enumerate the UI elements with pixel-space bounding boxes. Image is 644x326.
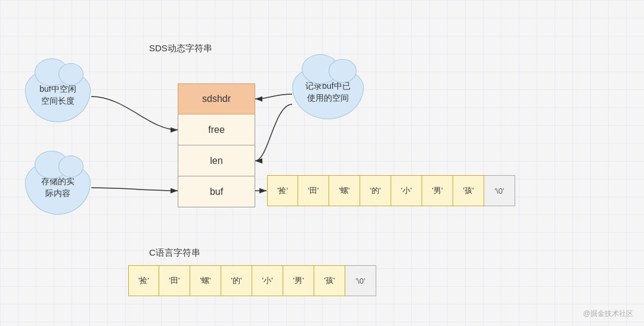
c-char-5: '男' (283, 265, 314, 296)
sds-cell-buf: buf (178, 176, 255, 207)
cloud-used-space-label: 记录buf中已使用的空间 (305, 80, 350, 104)
cloud-free-space: buf中空闲空间长度 (25, 69, 91, 122)
cloud-used-space: 记录buf中已使用的空间 (292, 66, 364, 119)
sds-char-1: '田' (298, 175, 329, 206)
sds-char-null: '\0' (484, 175, 515, 206)
c-char-4: '小' (252, 265, 283, 296)
c-string-title: C语言字符串 (149, 247, 200, 259)
sds-title: SDS动态字符串 (149, 43, 212, 54)
sds-cell-len: len (178, 145, 255, 176)
cloud-actual-content: 存储的实际内容 (25, 161, 91, 215)
sds-char-4: '小' (391, 175, 422, 206)
c-char-row: '捡' '田' '螺' '的' '小' '男' '孩' '\0' (128, 265, 376, 296)
watermark: @掘金技术社区 (583, 309, 633, 319)
c-char-0: '捡' (128, 265, 159, 296)
c-char-6: '孩' (314, 265, 345, 296)
sds-char-2: '螺' (329, 175, 360, 206)
cloud-actual-content-label: 存储的实际内容 (41, 176, 75, 199)
sds-char-5: '男' (422, 175, 453, 206)
c-char-1: '田' (159, 265, 190, 296)
cloud-free-space-label: buf中空闲空间长度 (39, 83, 76, 107)
diagram: SDS动态字符串 buf中空闲空间长度 记录buf中已使用的空间 存储的实际内容… (0, 0, 644, 326)
c-char-2: '螺' (190, 265, 221, 296)
sds-char-row: '捡' '田' '螺' '的' '小' '男' '孩' '\0' (267, 175, 515, 206)
sds-char-0: '捡' (267, 175, 298, 206)
sds-char-6: '孩' (453, 175, 484, 206)
sds-char-3: '的' (360, 175, 391, 206)
c-char-null: '\0' (345, 265, 376, 296)
sds-cell-free: free (178, 114, 255, 145)
c-char-3: '的' (221, 265, 252, 296)
sds-structure: sdshdr free len buf (178, 83, 255, 207)
sds-cell-sdshdr: sdshdr (178, 83, 255, 114)
